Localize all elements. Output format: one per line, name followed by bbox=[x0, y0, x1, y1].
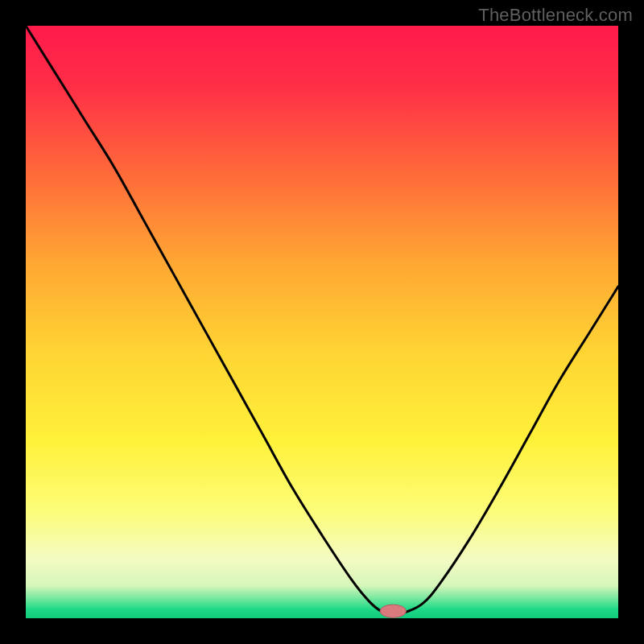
watermark-text: TheBottleneck.com bbox=[478, 5, 633, 26]
gradient-background bbox=[26, 26, 618, 618]
optimal-marker bbox=[380, 605, 406, 617]
plot-svg bbox=[26, 26, 618, 618]
chart-frame: TheBottleneck.com bbox=[0, 0, 644, 644]
plot-area bbox=[26, 26, 618, 618]
